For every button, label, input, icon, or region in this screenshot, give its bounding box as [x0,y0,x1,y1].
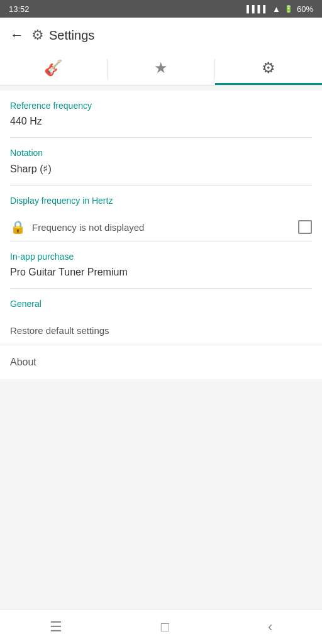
star-icon: ★ [154,59,168,77]
frequency-row-left: 🔒 Frequency is not displayed [10,219,144,235]
footer-gray-area [0,379,322,430]
toolbar-title: Settings [49,28,94,43]
toolbar: ← ⚙ Settings [0,18,322,53]
toolbar-gear-icon: ⚙ [31,27,44,43]
general-label: General [10,299,312,309]
home-square-icon[interactable]: □ [161,619,169,635]
reference-frequency-label: Reference frequency [10,101,312,111]
settings-icon: ⚙ [262,59,275,77]
general-section: General [0,289,322,316]
display-frequency-section: Display frequency in Hertz [0,186,322,213]
restore-defaults-item[interactable]: Restore default settings [0,316,322,345]
tab-guitar[interactable]: 🎸 [0,53,107,85]
tab-bar: 🎸 ★ ⚙ [0,53,322,86]
guitar-icon: 🎸 [44,59,63,77]
battery-percent: 60% [297,4,313,14]
about-item[interactable]: About [0,345,322,379]
status-bar: 13:52 ▌▌▌▌ ▲ 🔋 60% [0,0,322,18]
back-button[interactable]: ← [10,27,24,43]
notation-section: Notation Sharp (♯) [0,138,322,185]
status-right: ▌▌▌▌ ▲ 🔋 60% [247,4,313,14]
frequency-checkbox[interactable] [298,220,312,234]
tab-favorites[interactable]: ★ [108,53,214,85]
reference-frequency-value: 440 Hz [10,116,312,127]
signal-icon: ▌▌▌▌ [247,5,269,13]
tab-settings[interactable]: ⚙ [215,53,322,85]
frequency-row: 🔒 Frequency is not displayed [0,213,322,241]
display-frequency-label: Display frequency in Hertz [10,196,312,206]
wifi-icon: ▲ [272,4,280,14]
settings-content: Reference frequency 440 Hz Notation Shar… [0,91,322,379]
back-nav-icon[interactable]: ‹ [268,619,272,635]
notation-label: Notation [10,148,312,158]
bottom-nav: ☰ □ ‹ [0,609,322,644]
reference-frequency-section: Reference frequency 440 Hz [0,91,322,137]
in-app-purchase-section: In-app purchase Pro Guitar Tuner Premium [0,242,322,288]
in-app-purchase-label: In-app purchase [10,252,312,262]
menu-icon[interactable]: ☰ [50,619,62,635]
notation-value: Sharp (♯) [10,163,312,175]
in-app-purchase-value: Pro Guitar Tuner Premium [10,267,312,278]
frequency-not-displayed-text: Frequency is not displayed [32,222,144,233]
battery-icon: 🔋 [284,5,293,13]
status-time: 13:52 [9,4,30,14]
lock-icon: 🔒 [10,219,26,235]
